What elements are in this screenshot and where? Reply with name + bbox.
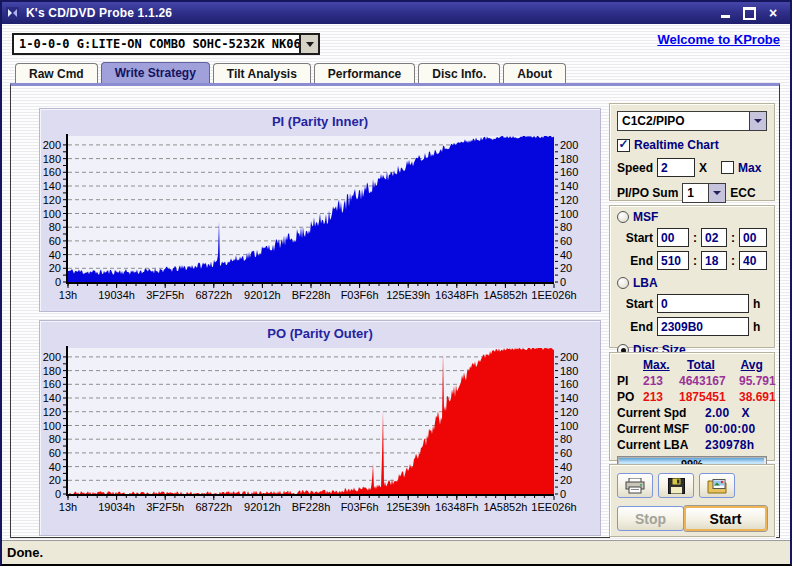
svg-text:20: 20	[560, 262, 572, 274]
drive-selector-dropdown-button[interactable]	[299, 35, 318, 53]
chevron-down-icon	[306, 42, 314, 47]
status-bar: Done.	[2, 540, 790, 564]
svg-text:68722h: 68722h	[195, 501, 232, 513]
svg-text:0: 0	[55, 276, 61, 288]
svg-text:80: 80	[49, 433, 61, 445]
svg-text:0: 0	[55, 488, 61, 500]
stats-pi-avg: 95.791	[728, 374, 776, 388]
svg-text:200: 200	[43, 351, 61, 363]
svg-text:13h: 13h	[59, 501, 77, 513]
range-group: MSF Start : : End : : LBA	[609, 205, 775, 348]
print-button[interactable]	[617, 473, 653, 498]
close-icon[interactable]: ×	[766, 7, 780, 19]
tab-write-strategy[interactable]: Write Strategy	[101, 62, 210, 83]
save-button[interactable]	[658, 473, 694, 498]
po-chart-title: PO (Parity Outer)	[40, 321, 600, 341]
app-window: K's CD/DVD Probe 1.1.26 × 1-0-0-0 G:LITE…	[0, 0, 792, 566]
mode-select[interactable]: C1C2/PIPO	[617, 111, 767, 131]
title-bar: K's CD/DVD Probe 1.1.26 ×	[2, 2, 790, 24]
start-button[interactable]: Start	[684, 506, 767, 531]
current-lba-label: Current LBA	[617, 438, 705, 452]
svg-text:20: 20	[560, 474, 572, 486]
chevron-down-icon[interactable]	[708, 184, 725, 202]
po-chart-panel: PO (Parity Outer) 0020204040606080801001…	[39, 320, 601, 536]
svg-text:20: 20	[49, 474, 61, 486]
stop-button[interactable]: Stop	[617, 506, 684, 531]
svg-text:160: 160	[43, 166, 61, 178]
lba-start-input[interactable]	[657, 294, 749, 313]
minimize-icon[interactable]	[718, 7, 732, 19]
svg-text:100: 100	[43, 208, 61, 220]
stats-row-po-name: PO	[617, 390, 641, 404]
svg-text:200: 200	[560, 139, 578, 151]
msf-start-sec-input[interactable]	[701, 228, 727, 247]
maximize-icon[interactable]	[742, 7, 756, 19]
tab-tilt-analysis[interactable]: Tilt Analysis	[213, 63, 311, 83]
tab-about[interactable]: About	[503, 63, 566, 83]
svg-text:140: 140	[560, 392, 578, 404]
stats-po-total: 1875451	[679, 390, 726, 404]
msf-end-min-input[interactable]	[657, 251, 689, 270]
realtime-chart-checkbox[interactable]: ✓	[617, 139, 630, 152]
msf-start-min-input[interactable]	[657, 228, 689, 247]
msf-end-sec-input[interactable]	[701, 251, 727, 270]
colon: :	[693, 231, 697, 245]
lba-end-input[interactable]	[657, 317, 749, 336]
svg-text:180: 180	[43, 153, 61, 165]
tab-page-write-strategy: PI (Parity Inner) 0020204040606080801001…	[10, 83, 780, 538]
tab-raw-cmd[interactable]: Raw Cmd	[15, 63, 98, 83]
chevron-down-icon[interactable]	[749, 112, 766, 130]
svg-text:1A5852h: 1A5852h	[483, 501, 527, 513]
svg-text:180: 180	[43, 365, 61, 377]
actions-group: Stop Start	[609, 464, 775, 537]
max-speed-checkbox[interactable]: ✓	[721, 161, 734, 174]
export-image-button[interactable]	[699, 473, 735, 498]
current-speed-row: Current Spd 2.00 X	[617, 406, 767, 420]
welcome-link[interactable]: Welcome to KProbe	[657, 32, 780, 47]
svg-text:125E39h: 125E39h	[386, 501, 430, 513]
svg-text:40: 40	[560, 249, 572, 261]
svg-text:80: 80	[560, 433, 572, 445]
max-speed-label: Max	[738, 161, 761, 175]
svg-text:180: 180	[560, 153, 578, 165]
svg-text:100: 100	[43, 420, 61, 432]
stats-pi-max: 213	[643, 374, 677, 388]
svg-text:120: 120	[43, 194, 61, 206]
colon: :	[693, 254, 697, 268]
msf-start-label: Start	[617, 231, 653, 245]
svg-text:40: 40	[49, 461, 61, 473]
svg-text:60: 60	[49, 447, 61, 459]
lba-end-unit: h	[753, 320, 760, 334]
pipo-sum-select[interactable]: 1	[682, 183, 726, 203]
svg-text:200: 200	[560, 351, 578, 363]
pi-chart-panel: PI (Parity Inner) 0020204040606080801001…	[39, 108, 601, 312]
pi-chart-title: PI (Parity Inner)	[40, 109, 600, 129]
svg-text:F03F6h: F03F6h	[341, 289, 379, 301]
colon: :	[731, 254, 735, 268]
floppy-save-icon	[668, 478, 685, 494]
tab-performance[interactable]: Performance	[314, 63, 415, 83]
current-msf-value: 00:00:00	[705, 422, 755, 436]
svg-text:60: 60	[560, 235, 572, 247]
speed-input[interactable]	[657, 158, 695, 177]
stats-po-max: 213	[643, 390, 677, 404]
image-folder-icon	[707, 478, 727, 494]
svg-text:140: 140	[560, 180, 578, 192]
stats-header-total: Total	[679, 358, 726, 372]
tab-disc-info[interactable]: Disc Info.	[418, 63, 500, 83]
svg-text:92012h: 92012h	[244, 289, 281, 301]
svg-text:100: 100	[560, 420, 578, 432]
mode-select-value: C1C2/PIPO	[618, 112, 749, 130]
svg-text:BF228h: BF228h	[292, 289, 331, 301]
realtime-chart-label: Realtime Chart	[634, 138, 719, 152]
svg-text:100: 100	[560, 208, 578, 220]
current-speed-label: Current Spd	[617, 406, 705, 420]
svg-text:60: 60	[560, 447, 572, 459]
msf-end-label: End	[617, 254, 653, 268]
drive-selector[interactable]: 1-0-0-0 G:LITE-ON COMBO SOHC-5232K NK06	[12, 33, 320, 55]
msf-radio[interactable]	[617, 211, 629, 223]
lba-start-label: Start	[617, 297, 653, 311]
msf-end-frame-input[interactable]	[739, 251, 767, 270]
msf-start-frame-input[interactable]	[739, 228, 767, 247]
lba-radio[interactable]	[617, 277, 629, 289]
